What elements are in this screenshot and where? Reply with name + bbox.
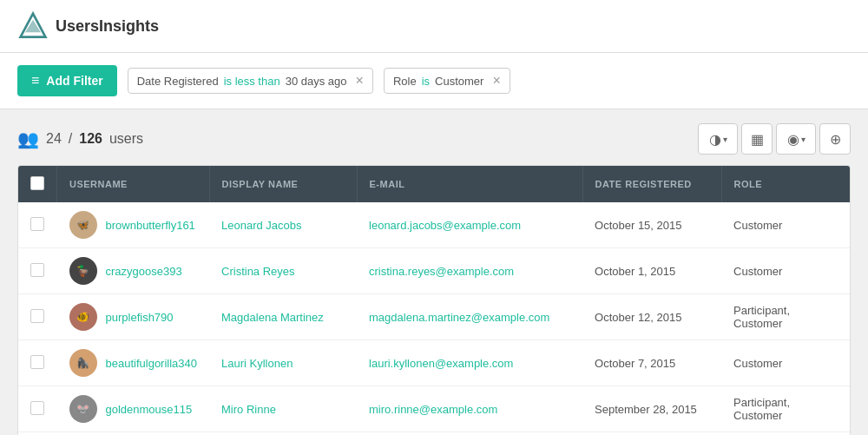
table-row: 🐠 purplefish790 Magdalena Martinezmagdal… [18, 294, 850, 340]
table-row: 🦋 brownbutterfly161 Leonard Jacobsleonar… [18, 202, 850, 248]
row-username-cell: 🐭 goldenmouse115 [57, 386, 210, 432]
row-display-name-cell: Miro Rinne [209, 386, 357, 432]
row-checkbox[interactable] [30, 263, 44, 277]
chart-button[interactable]: ◑ ▾ [698, 123, 738, 155]
row-username-cell: 🦍 beautifulgorilla340 [57, 340, 210, 386]
globe-button[interactable]: ⊕ [819, 123, 851, 155]
stats-text: 👥 24 / 126 users [17, 129, 143, 149]
role-filter-chip: Role is Customer × [384, 68, 510, 94]
row-email-cell: leonard.jacobs@example.com [357, 202, 582, 248]
email-link[interactable]: leonard.jacobs@example.com [369, 219, 521, 232]
date-chip-prefix: Date Registered [137, 75, 219, 88]
add-filter-button[interactable]: ≡ Add Filter [17, 65, 117, 96]
row-checkbox[interactable] [30, 401, 44, 415]
header-checkbox[interactable] [30, 176, 44, 190]
row-username-cell: 🐠 purplefish790 [57, 294, 210, 340]
email-link[interactable]: miro.rinne@example.com [369, 403, 497, 416]
email-link[interactable]: cristina.reyes@example.com [369, 265, 514, 278]
logo-area: UsersInsights [17, 10, 159, 42]
eye-dropdown-arrow: ▾ [801, 135, 806, 144]
row-email-cell: cristina.reyes@example.com [357, 248, 582, 294]
row-email-cell: ana.adams@example.com [357, 432, 582, 436]
row-username-cell: 🦋 brownbutterfly161 [57, 202, 210, 248]
row-checkbox[interactable] [30, 217, 44, 231]
col-header-role[interactable]: ROLE [721, 166, 850, 202]
row-role-cell: Customer [721, 248, 850, 294]
col-header-display-name[interactable]: DISPLAY NAME [209, 166, 357, 202]
stats-bar: 👥 24 / 126 users ◑ ▾ ▦ ◉ ▾ ⊕ [17, 123, 851, 155]
display-name-link[interactable]: Lauri Kyllonen [221, 357, 293, 370]
eye-button[interactable]: ◉ ▾ [776, 123, 816, 155]
top-bar: UsersInsights [0, 0, 868, 53]
table-header: USERNAME DISPLAY NAME E-MAIL DATE REGIST… [18, 166, 850, 202]
users-icon: 👥 [17, 129, 39, 149]
chart-icon: ◑ [709, 131, 721, 148]
display-name-link[interactable]: Cristina Reyes [221, 265, 295, 278]
row-checkbox-cell [18, 202, 57, 248]
stats-label: users [109, 131, 143, 147]
avatar: 🐠 [69, 303, 97, 331]
display-name-link[interactable]: Miro Rinne [221, 403, 276, 416]
row-checkbox-cell [18, 248, 57, 294]
row-checkbox[interactable] [30, 355, 44, 369]
role-chip-highlight: is [422, 75, 430, 88]
table-row: 🦍 beautifulgorilla340 Lauri Kyllonenlaur… [18, 340, 850, 386]
col-header-check [18, 166, 57, 202]
stats-current: 24 [46, 131, 62, 147]
avatar: 🦍 [69, 349, 97, 377]
username-link[interactable]: purplefish790 [106, 311, 174, 324]
row-date-cell: October 7, 2015 [582, 340, 721, 386]
row-date-cell: September 28, 2015 [582, 386, 721, 432]
role-chip-suffix: Customer [435, 75, 483, 88]
email-link[interactable]: lauri.kyllonen@example.com [369, 357, 513, 370]
table-body: 🦋 brownbutterfly161 Leonard Jacobsleonar… [18, 202, 850, 435]
add-filter-label: Add Filter [46, 74, 102, 88]
globe-icon: ⊕ [830, 131, 841, 148]
row-username-cell: 🐺 smallwolf702 [57, 432, 210, 436]
email-link[interactable]: magdalena.martinez@example.com [369, 311, 549, 324]
calendar-icon: ▦ [751, 131, 764, 148]
filter-bar: ≡ Add Filter Date Registered is less tha… [0, 53, 868, 109]
username-link[interactable]: crazygoose393 [106, 265, 182, 278]
calendar-button[interactable]: ▦ [741, 123, 773, 155]
chart-dropdown-arrow: ▾ [723, 135, 727, 144]
row-date-cell: October 15, 2015 [582, 202, 721, 248]
row-date-cell: October 12, 2015 [582, 294, 721, 340]
row-role-cell: Participant, Customer [721, 386, 850, 432]
display-name-link[interactable]: Magdalena Martinez [221, 311, 324, 324]
username-link[interactable]: brownbutterfly161 [106, 219, 195, 232]
avatar: 🦆 [69, 257, 97, 285]
row-role-cell: Customer [721, 202, 850, 248]
row-display-name-cell: Magdalena Martinez [209, 294, 357, 340]
table-row: 🐭 goldenmouse115 Miro Rinnemiro.rinne@ex… [18, 386, 850, 432]
users-table: USERNAME DISPLAY NAME E-MAIL DATE REGIST… [18, 166, 850, 435]
table-row: 🦆 crazygoose393 Cristina Reyescristina.r… [18, 248, 850, 294]
role-chip-close[interactable]: × [492, 74, 500, 88]
row-display-name-cell: Cristina Reyes [209, 248, 357, 294]
toolbar-icons: ◑ ▾ ▦ ◉ ▾ ⊕ [698, 123, 851, 155]
role-chip-prefix: Role [393, 75, 417, 88]
date-filter-chip: Date Registered is less than 30 days ago… [128, 68, 373, 94]
row-checkbox-cell [18, 386, 57, 432]
row-role-cell: Customer [721, 340, 850, 386]
row-checkbox[interactable] [30, 309, 44, 323]
username-link[interactable]: beautifulgorilla340 [106, 357, 198, 370]
date-chip-close[interactable]: × [356, 74, 364, 88]
row-email-cell: magdalena.martinez@example.com [357, 294, 582, 340]
row-role-cell: Participant, Customer [721, 294, 850, 340]
col-header-username[interactable]: USERNAME [57, 166, 210, 202]
filter-icon: ≡ [31, 73, 39, 89]
logo-icon [17, 10, 49, 42]
avatar: 🦋 [69, 211, 97, 239]
display-name-link[interactable]: Leonard Jacobs [221, 219, 302, 232]
col-header-email[interactable]: E-MAIL [357, 166, 582, 202]
col-header-date-registered[interactable]: DATE REGISTERED [582, 166, 721, 202]
row-checkbox-cell [18, 340, 57, 386]
table-row: 🐺 smallwolf702 Ana Adamsana.adams@exampl… [18, 432, 850, 436]
username-link[interactable]: goldenmouse115 [106, 403, 193, 416]
users-table-wrapper: USERNAME DISPLAY NAME E-MAIL DATE REGIST… [17, 165, 851, 435]
content-area: 👥 24 / 126 users ◑ ▾ ▦ ◉ ▾ ⊕ [0, 109, 868, 435]
row-display-name-cell: Ana Adams [209, 432, 357, 436]
stats-total: 126 [79, 131, 102, 147]
row-email-cell: miro.rinne@example.com [357, 386, 582, 432]
